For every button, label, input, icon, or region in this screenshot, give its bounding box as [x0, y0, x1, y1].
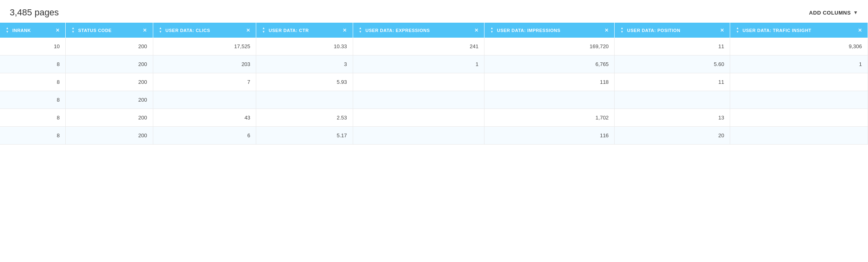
remove-col-ctr-icon[interactable]: ✕: [343, 28, 347, 33]
cell-clics: 17,525: [153, 38, 256, 55]
cell-impressions: 116: [484, 127, 615, 145]
remove-col-impressions-icon[interactable]: ✕: [604, 28, 609, 33]
cell-status_code: 200: [66, 91, 153, 109]
data-table: ▲ ▼ INRANK ✕ ▲ ▼ STATUS CODE ✕: [0, 23, 868, 145]
cell-ctr: 5.17: [256, 127, 353, 145]
col-label-inrank: INRANK: [12, 28, 31, 33]
cell-trafic_insight: 9,306: [730, 38, 868, 55]
sort-icon-position[interactable]: ▲ ▼: [620, 27, 624, 34]
cell-ctr: 3: [256, 55, 353, 73]
cell-trafic_insight: [730, 91, 868, 109]
cell-clics: 7: [153, 73, 256, 91]
sort-icon-ctr[interactable]: ▲ ▼: [262, 27, 265, 34]
cell-trafic_insight: [730, 109, 868, 127]
cell-position: 13: [615, 109, 730, 127]
cell-status_code: 200: [66, 109, 153, 127]
cell-impressions: [484, 91, 615, 109]
cell-impressions: 1,702: [484, 109, 615, 127]
cell-status_code: 200: [66, 38, 153, 55]
cell-position: 11: [615, 38, 730, 55]
add-columns-label: ADD COLUMNS: [809, 10, 851, 16]
cell-trafic_insight: [730, 73, 868, 91]
col-header-status_code[interactable]: ▲ ▼ STATUS CODE ✕: [66, 23, 153, 38]
cell-clics: 6: [153, 127, 256, 145]
cell-expressions: [353, 73, 484, 91]
cell-impressions: 118: [484, 73, 615, 91]
chevron-down-icon: ▼: [853, 10, 858, 15]
remove-col-trafic_insight-icon[interactable]: ✕: [858, 28, 862, 33]
cell-expressions: [353, 91, 484, 109]
table-row: 1020017,52510.33241169,720119,306: [0, 38, 868, 55]
remove-col-expressions-icon[interactable]: ✕: [474, 28, 479, 33]
col-header-position[interactable]: ▲ ▼ USER DATA: POSITION ✕: [615, 23, 730, 38]
col-label-status_code: STATUS CODE: [78, 28, 112, 33]
data-table-wrapper: ▲ ▼ INRANK ✕ ▲ ▼ STATUS CODE ✕: [0, 23, 868, 145]
sort-icon-inrank[interactable]: ▲ ▼: [6, 27, 9, 34]
cell-status_code: 200: [66, 73, 153, 91]
table-row: 8200: [0, 91, 868, 109]
col-label-ctr: USER DATA: CTR: [269, 28, 309, 33]
col-header-clics[interactable]: ▲ ▼ USER DATA: CLICS ✕: [153, 23, 256, 38]
cell-inrank: 8: [0, 55, 66, 73]
col-label-impressions: USER DATA: IMPRESSIONS: [497, 28, 561, 33]
table-row: 8200432.531,70213: [0, 109, 868, 127]
cell-expressions: 241: [353, 38, 484, 55]
cell-ctr: 10.33: [256, 38, 353, 55]
table-row: 8200203316,7655.601: [0, 55, 868, 73]
col-label-position: USER DATA: POSITION: [627, 28, 680, 33]
table-row: 820065.1711620: [0, 127, 868, 145]
remove-col-status_code-icon[interactable]: ✕: [143, 28, 147, 33]
cell-inrank: 8: [0, 91, 66, 109]
table-row: 820075.9311811: [0, 73, 868, 91]
cell-expressions: [353, 127, 484, 145]
col-header-ctr[interactable]: ▲ ▼ USER DATA: CTR ✕: [256, 23, 353, 38]
cell-position: [615, 91, 730, 109]
sort-icon-expressions[interactable]: ▲ ▼: [359, 27, 362, 34]
page-title: 3,485 pages: [10, 7, 59, 18]
cell-position: 20: [615, 127, 730, 145]
cell-clics: [153, 91, 256, 109]
col-header-inrank[interactable]: ▲ ▼ INRANK ✕: [0, 23, 66, 38]
sort-icon-trafic_insight[interactable]: ▲ ▼: [736, 27, 739, 34]
cell-expressions: 1: [353, 55, 484, 73]
col-label-trafic_insight: USER DATA: TRAFIC INSIGHT: [743, 28, 812, 33]
col-label-expressions: USER DATA: EXPRESSIONS: [365, 28, 430, 33]
cell-impressions: 6,765: [484, 55, 615, 73]
remove-col-clics-icon[interactable]: ✕: [246, 28, 251, 33]
col-header-expressions[interactable]: ▲ ▼ USER DATA: EXPRESSIONS ✕: [353, 23, 484, 38]
col-header-trafic_insight[interactable]: ▲ ▼ USER DATA: TRAFIC INSIGHT ✕: [730, 23, 868, 38]
cell-inrank: 8: [0, 109, 66, 127]
cell-position: 5.60: [615, 55, 730, 73]
sort-icon-impressions[interactable]: ▲ ▼: [490, 27, 493, 34]
cell-inrank: 8: [0, 127, 66, 145]
sort-icon-status_code[interactable]: ▲ ▼: [71, 27, 75, 34]
cell-ctr: 2.53: [256, 109, 353, 127]
cell-expressions: [353, 109, 484, 127]
cell-inrank: 8: [0, 73, 66, 91]
cell-trafic_insight: [730, 127, 868, 145]
cell-clics: 203: [153, 55, 256, 73]
remove-col-inrank-icon[interactable]: ✕: [56, 28, 60, 33]
cell-inrank: 10: [0, 38, 66, 55]
cell-trafic_insight: 1: [730, 55, 868, 73]
cell-clics: 43: [153, 109, 256, 127]
add-columns-button[interactable]: ADD COLUMNS ▼: [809, 10, 858, 16]
cell-status_code: 200: [66, 127, 153, 145]
sort-icon-clics[interactable]: ▲ ▼: [159, 27, 162, 34]
cell-position: 11: [615, 73, 730, 91]
cell-ctr: [256, 91, 353, 109]
remove-col-position-icon[interactable]: ✕: [720, 28, 724, 33]
cell-impressions: 169,720: [484, 38, 615, 55]
page-header: 3,485 pages ADD COLUMNS ▼: [0, 0, 868, 23]
cell-ctr: 5.93: [256, 73, 353, 91]
cell-status_code: 200: [66, 55, 153, 73]
col-header-impressions[interactable]: ▲ ▼ USER DATA: IMPRESSIONS ✕: [484, 23, 615, 38]
col-label-clics: USER DATA: CLICS: [165, 28, 210, 33]
